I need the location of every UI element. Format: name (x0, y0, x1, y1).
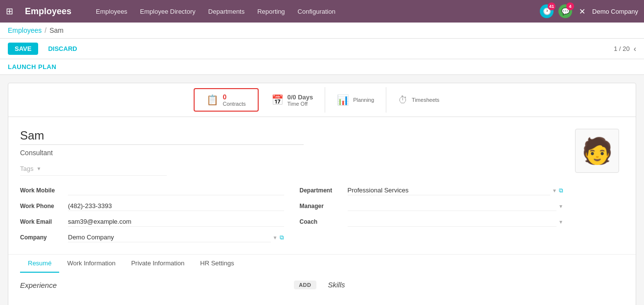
tab-content-resume: Experience ADD Skills (8, 273, 636, 305)
time-off-count: 0/0 Days (288, 94, 313, 101)
company-name: Demo Company (592, 8, 638, 15)
nav-employee-directory[interactable]: Employee Directory (135, 5, 200, 18)
contracts-label: Contracts (222, 101, 245, 107)
manager-label: Manager (300, 203, 344, 210)
company-label: Company (20, 234, 64, 241)
tab-private-information[interactable]: Private Information (123, 255, 192, 273)
planning-label: Planning (353, 97, 374, 103)
manager-select[interactable] (348, 201, 557, 211)
planning-icon: 📊 (337, 94, 349, 106)
app-brand: Employees (25, 6, 71, 17)
manager-row: Manager ▼ (300, 201, 564, 211)
work-mobile-label: Work Mobile (20, 187, 64, 194)
work-mobile-row: Work Mobile (20, 186, 284, 195)
breadcrumb-current: Sam (49, 26, 64, 34)
nav-menu: Employees Employee Directory Departments… (91, 5, 530, 18)
coach-label: Coach (300, 218, 344, 225)
work-phone-row: Work Phone (20, 201, 284, 211)
pagination-text: 1 / 20 (614, 45, 630, 52)
employee-card: 📋 0 Contracts 📅 0/0 Days Time Off 📊 Plan… (8, 83, 636, 305)
experience-section: Experience ADD (20, 281, 316, 305)
breadcrumb: Employees / Sam (0, 23, 644, 39)
planning-button[interactable]: 📊 Planning (325, 87, 386, 113)
contracts-button[interactable]: 📋 0 Contracts (194, 88, 258, 112)
manager-select-wrapper: ▼ (348, 201, 564, 211)
experience-content (20, 293, 316, 305)
timesheets-icon: ⏱ (398, 94, 408, 106)
employee-job-title-input[interactable] (20, 149, 304, 159)
breadcrumb-separator: / (44, 26, 46, 34)
messages-count: 4 (566, 2, 574, 10)
contact-section: Work Mobile Work Phone Work Email C (20, 186, 284, 242)
org-section: Department Professional Services ▼ ⧉ Man… (300, 186, 564, 242)
department-label: Department (300, 187, 344, 194)
coach-select-wrapper: ▼ (348, 217, 564, 227)
skills-content (328, 293, 624, 305)
work-email-row: Work Email (20, 217, 284, 227)
tab-resume[interactable]: Resumé (20, 255, 59, 273)
department-ext-link-icon[interactable]: ⧉ (559, 187, 563, 194)
work-phone-label: Work Phone (20, 203, 64, 210)
company-row: Company Demo Company ▼ ⧉ (20, 233, 284, 242)
tags-placeholder: Tags (20, 165, 33, 172)
nav-configuration[interactable]: Configuration (293, 5, 340, 18)
department-select[interactable]: Professional Services (348, 186, 551, 195)
department-select-wrapper: Professional Services ▼ ⧉ (348, 186, 564, 195)
tags-dropdown-icon: ▼ (36, 166, 41, 171)
work-email-label: Work Email (20, 218, 64, 225)
action-bar: SAVE DISCARD 1 / 20 ‹ (0, 39, 644, 59)
smart-buttons-area: 📋 0 Contracts 📅 0/0 Days Time Off 📊 Plan… (8, 83, 636, 117)
avatar[interactable]: 🧑 (575, 129, 619, 173)
coach-select[interactable] (348, 217, 557, 227)
apps-grid-icon[interactable]: ⊞ (6, 6, 13, 17)
top-navigation: ⊞ Employees Employees Employee Directory… (0, 0, 644, 23)
tags-field[interactable]: Tags ▼ (20, 165, 167, 176)
tab-work-information[interactable]: Work Information (59, 255, 123, 273)
work-email-input[interactable] (68, 217, 284, 227)
employee-tabs: Resumé Work Information Private Informat… (8, 254, 636, 273)
time-off-button[interactable]: 📅 0/0 Days Time Off (260, 87, 326, 113)
contracts-icon: 📋 (206, 94, 219, 106)
nav-departments[interactable]: Departments (203, 5, 249, 18)
activity-count: 41 (548, 2, 555, 10)
employee-form-left: Tags ▼ Work Mobile Work Phone (20, 129, 563, 242)
add-experience-button[interactable]: ADD (294, 281, 316, 289)
save-button[interactable]: SAVE (8, 43, 38, 55)
employee-name-input[interactable] (20, 129, 304, 145)
launch-plan-bar: LAUNCH PLAN (0, 59, 644, 75)
employee-form: Tags ▼ Work Mobile Work Phone (8, 117, 636, 254)
close-icon[interactable]: ✕ (579, 7, 585, 16)
company-select[interactable]: Demo Company (68, 233, 271, 242)
coach-row: Coach ▼ (300, 217, 564, 227)
launch-plan-link[interactable]: LAUNCH PLAN (8, 63, 56, 70)
timesheets-button[interactable]: ⏱ Timesheets (386, 87, 451, 113)
nav-reporting[interactable]: Reporting (252, 5, 289, 18)
work-mobile-input[interactable] (68, 186, 284, 195)
company-select-arrow: ▼ (273, 235, 278, 240)
coach-select-arrow: ▼ (558, 219, 563, 225)
timesheets-label: Timesheets (412, 97, 439, 103)
manager-select-arrow: ▼ (558, 204, 563, 209)
skills-section: Skills (328, 281, 624, 305)
time-off-label: Time Off (288, 101, 308, 107)
employee-form-right: 🧑 (575, 129, 624, 242)
pagination-area: 1 / 20 ‹ (614, 45, 636, 53)
breadcrumb-parent[interactable]: Employees (8, 26, 42, 34)
company-select-wrapper: Demo Company ▼ ⧉ (68, 233, 284, 242)
work-phone-input[interactable] (68, 201, 284, 211)
nav-employees[interactable]: Employees (91, 5, 132, 18)
experience-title: Experience (20, 281, 57, 289)
tab-hr-settings[interactable]: HR Settings (192, 255, 242, 273)
prev-record-button[interactable]: ‹ (634, 45, 636, 53)
contracts-count: 0 (222, 93, 226, 101)
employee-details-grid: Work Mobile Work Phone Work Email C (20, 186, 563, 242)
time-off-icon: 📅 (271, 94, 284, 106)
company-ext-link-icon[interactable]: ⧉ (280, 234, 284, 241)
messages-badge[interactable]: 💬 4 (558, 4, 572, 18)
discard-button[interactable]: DISCARD (43, 43, 82, 55)
department-row: Department Professional Services ▼ ⧉ (300, 186, 564, 195)
activity-badge[interactable]: 🕐 41 (540, 4, 554, 18)
main-content: 📋 0 Contracts 📅 0/0 Days Time Off 📊 Plan… (0, 75, 644, 305)
skills-title: Skills (328, 281, 345, 289)
department-select-arrow: ▼ (552, 188, 557, 193)
